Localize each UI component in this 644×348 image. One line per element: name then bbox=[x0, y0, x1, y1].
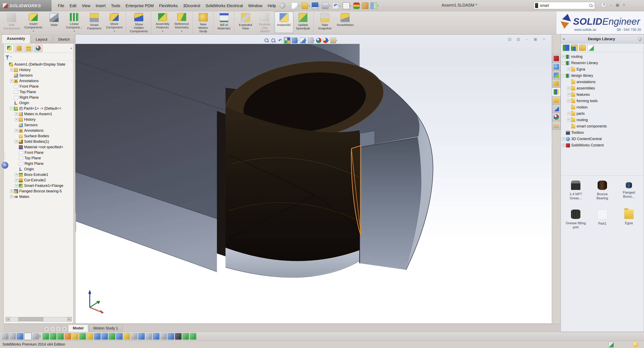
feature-tree-item[interactable]: Right Plane bbox=[10, 95, 74, 100]
command-button[interactable]: SmartMates bbox=[334, 11, 356, 33]
command-button[interactable]: Reference Geometry bbox=[172, 11, 192, 33]
tree-expander[interactable]: + bbox=[567, 118, 570, 121]
design-library-tool-icon[interactable] bbox=[587, 45, 594, 51]
command-button[interactable]: Assembly Features bbox=[153, 11, 172, 33]
tree-expander[interactable]: + bbox=[10, 68, 13, 71]
tree-expander[interactable]: + bbox=[15, 118, 18, 121]
tree-expander[interactable]: + bbox=[10, 195, 13, 198]
sketch-tool-icon[interactable] bbox=[32, 333, 39, 340]
scroll-right-arrow[interactable]: ▸ bbox=[67, 317, 72, 321]
library-tree-item[interactable]: − design library bbox=[562, 72, 644, 79]
sketch-tool-icon[interactable] bbox=[17, 333, 23, 340]
quick-access-button[interactable] bbox=[301, 2, 310, 9]
feature-tree-item[interactable]: + Flanged Bronze bearing-5 bbox=[10, 189, 74, 194]
sketch-tool-icon[interactable] bbox=[2, 333, 8, 340]
feature-tree-item[interactable]: Front Plane bbox=[10, 84, 74, 89]
sketch-tool-icon[interactable] bbox=[124, 333, 130, 340]
ribbon-tab[interactable]: Assembly bbox=[2, 34, 30, 43]
scrollbar-thumb[interactable] bbox=[18, 317, 43, 321]
tree-expander[interactable]: + bbox=[567, 93, 570, 96]
document-window-control[interactable]: ▣ bbox=[532, 36, 538, 42]
sketch-tool-icon[interactable] bbox=[109, 333, 115, 340]
command-button[interactable]: Edit Component bbox=[1, 11, 22, 33]
tree-expander[interactable]: + bbox=[10, 190, 13, 193]
command-button[interactable]: Show Hidden Components bbox=[128, 11, 151, 33]
tab-nav-button[interactable]: » bbox=[62, 326, 67, 332]
tree-expander[interactable]: − bbox=[10, 107, 13, 110]
model-bore-sliver[interactable] bbox=[217, 111, 226, 256]
view-tool-button[interactable] bbox=[291, 37, 299, 44]
search-input[interactable] bbox=[539, 3, 588, 8]
command-button[interactable]: Linear Compone... bbox=[64, 11, 85, 33]
feature-tree-item[interactable]: Surface Bodies bbox=[15, 133, 74, 139]
search-dropdown-arrow[interactable]: ▾ bbox=[592, 4, 594, 7]
library-tree-item[interactable]: + assemblies bbox=[567, 85, 644, 91]
quick-access-button[interactable] bbox=[361, 2, 369, 9]
feature-tree-item[interactable]: Origin bbox=[15, 166, 74, 172]
view-tool-button[interactable] bbox=[330, 37, 338, 44]
quick-access-button[interactable] bbox=[332, 2, 341, 9]
tab-nav-button[interactable]: « bbox=[44, 326, 50, 332]
panel-tab[interactable] bbox=[24, 44, 33, 52]
library-item[interactable]: Bronze Bearing bbox=[589, 181, 616, 200]
feature-tree-item[interactable]: + Solid Bodies(1) bbox=[15, 139, 74, 144]
feature-tree-item[interactable]: Top Plane bbox=[15, 155, 74, 161]
library-tree-item[interactable]: + 3D ContentCentral bbox=[562, 136, 644, 142]
panel-splitter-handle[interactable] bbox=[75, 213, 76, 231]
panel-tab[interactable] bbox=[15, 44, 23, 52]
menu-item[interactable]: Insert bbox=[93, 1, 108, 10]
feature-tree-item[interactable]: − (f) Part4<1> -> (Default<< bbox=[10, 106, 74, 111]
task-pane-tab[interactable] bbox=[552, 96, 560, 105]
menu-item[interactable]: Tools bbox=[108, 1, 123, 10]
feature-tree-item[interactable]: Origin bbox=[10, 100, 74, 106]
library-tree-item[interactable]: smart components bbox=[567, 123, 644, 129]
view-tool-button[interactable] bbox=[322, 37, 330, 43]
sketch-tool-icon[interactable] bbox=[10, 333, 16, 340]
quick-access-button[interactable] bbox=[370, 2, 379, 9]
feature-tree-item[interactable]: Sensors bbox=[15, 122, 74, 128]
task-pane-tab[interactable] bbox=[552, 113, 560, 121]
quick-access-button[interactable] bbox=[311, 2, 320, 9]
feature-tree-item[interactable]: + Annotations bbox=[15, 128, 74, 133]
view-tool-button[interactable] bbox=[270, 37, 276, 43]
pushpin-icon[interactable] bbox=[638, 37, 642, 41]
design-library-tool-icon[interactable] bbox=[563, 45, 570, 51]
library-item[interactable]: Grease fitting port bbox=[562, 210, 589, 229]
feature-tree-item[interactable]: + Cut-Extrude2 bbox=[15, 177, 74, 183]
graphics-viewport[interactable]: ▤▥–▣× bbox=[75, 34, 552, 324]
document-tab[interactable]: Model bbox=[68, 325, 88, 332]
document-status-icon[interactable] bbox=[608, 342, 614, 348]
task-pane-tab[interactable] bbox=[552, 71, 560, 79]
search-icon[interactable] bbox=[589, 4, 591, 7]
feature-tree-item[interactable]: Front Plane bbox=[15, 150, 74, 155]
panel-tab[interactable] bbox=[5, 44, 14, 52]
menu-item[interactable]: Window bbox=[246, 1, 265, 10]
command-button[interactable]: Instant3D bbox=[274, 11, 294, 33]
document-window-control[interactable]: – bbox=[524, 36, 530, 42]
library-tree-item[interactable]: motion bbox=[567, 104, 644, 110]
view-tool-button[interactable] bbox=[316, 37, 322, 43]
collapse-panel-icon[interactable]: « bbox=[563, 37, 565, 41]
library-tree-item[interactable]: + routing bbox=[562, 53, 644, 60]
menu-item[interactable]: Help bbox=[265, 1, 278, 10]
sketch-tool-icon[interactable] bbox=[57, 333, 64, 340]
scroll-left-arrow[interactable]: ◂ bbox=[6, 317, 10, 321]
sketch-tool-icon[interactable] bbox=[24, 333, 32, 340]
sketch-tool-icon[interactable] bbox=[160, 333, 167, 340]
tab-nav-button[interactable]: ‹ bbox=[50, 326, 56, 332]
command-button[interactable]: New Motion Study bbox=[194, 11, 214, 33]
tree-expander[interactable]: + bbox=[15, 184, 18, 187]
view-tool-button[interactable] bbox=[308, 37, 315, 44]
menu-item[interactable]: Enterprise PDM bbox=[123, 1, 156, 10]
library-tree-item[interactable]: + features bbox=[567, 91, 644, 98]
command-button[interactable]: Update Speedpak bbox=[294, 11, 314, 33]
tree-expander[interactable]: + bbox=[567, 68, 570, 71]
sketch-tool-icon[interactable] bbox=[190, 333, 196, 340]
feature-tree-item[interactable]: + History bbox=[15, 117, 74, 122]
document-window-control[interactable]: × bbox=[541, 36, 547, 42]
restore-button[interactable]: ▣ bbox=[616, 2, 620, 7]
sketch-tool-icon[interactable] bbox=[153, 333, 160, 340]
tree-expander[interactable]: + bbox=[10, 79, 13, 82]
menu-item[interactable]: FlexWorks bbox=[156, 1, 180, 10]
sketch-tool-icon[interactable] bbox=[79, 333, 86, 340]
